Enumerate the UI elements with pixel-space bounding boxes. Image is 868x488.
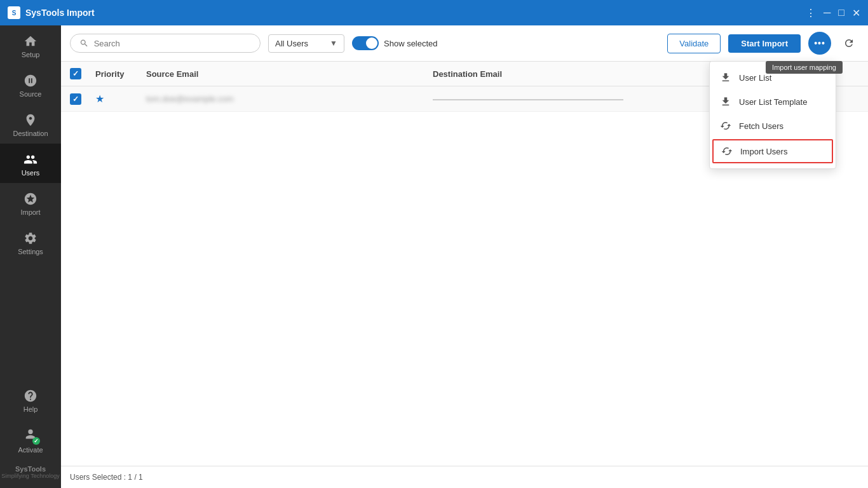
toolbar: All Users ▼ Show selected Validate Start…: [61, 25, 868, 62]
sidebar-item-activate[interactable]: ✓ Activate: [0, 419, 61, 460]
menu-label-fetch-users: Fetch Users: [739, 121, 783, 131]
source-email-text: tom.doe@example.com: [146, 94, 233, 104]
select-all-checkbox[interactable]: ✓: [70, 68, 81, 79]
main-content: All Users ▼ Show selected Validate Start…: [61, 25, 868, 488]
row-destination-email: [433, 98, 719, 100]
title-bar-left: S SysTools Import: [8, 6, 95, 19]
checkmark-icon: ✓: [72, 69, 79, 78]
start-import-button[interactable]: Start Import: [728, 34, 801, 53]
row-checkmark-icon: ✓: [72, 95, 79, 104]
users-icon: [24, 152, 37, 166]
search-box[interactable]: [70, 34, 261, 53]
sidebar-item-import[interactable]: Import: [0, 183, 61, 222]
import-icon: [24, 192, 37, 206]
sidebar-item-settings[interactable]: Settings: [0, 222, 61, 262]
header-destination-email: Destination Email: [433, 69, 719, 79]
row-priority: ★: [95, 93, 146, 105]
search-input[interactable]: [94, 39, 251, 48]
more-options-button[interactable]: ⋮: [806, 7, 816, 19]
header-priority: Priority: [95, 69, 146, 79]
settings-icon: [24, 231, 37, 245]
activate-badge: ✓: [32, 437, 40, 445]
title-bar-controls: ⋮ ─ □ ✕: [806, 7, 860, 19]
more-menu-button[interactable]: •••: [808, 32, 831, 55]
sidebar-label-destination: Destination: [13, 130, 48, 137]
menu-item-fetch-users[interactable]: Fetch Users: [710, 114, 836, 138]
sidebar-item-help[interactable]: Help: [0, 380, 61, 419]
brand-footer: SysTools Simplifying Technology: [1, 460, 59, 482]
row-checkbox-col: ✓: [70, 93, 95, 105]
refresh-icon: [843, 37, 855, 49]
sidebar-item-setup[interactable]: Setup: [0, 25, 61, 65]
user-filter-dropdown[interactable]: All Users ▼: [268, 34, 344, 53]
app-icon: S: [8, 6, 20, 19]
sidebar-item-destination[interactable]: Destination: [0, 104, 61, 144]
validate-button[interactable]: Validate: [667, 34, 721, 53]
header-source-email: Source Email: [146, 69, 433, 79]
menu-label-user-list-template: User List Template: [739, 97, 807, 107]
sidebar-label-users: Users: [22, 169, 40, 177]
import-users-icon: [721, 146, 733, 157]
app-body: Setup Source Destination Users: [0, 25, 868, 488]
header-checkbox-col: ✓: [70, 68, 95, 79]
chevron-down-icon: ▼: [330, 39, 337, 48]
sidebar-bottom: Help ✓ Activate SysTools Simplifying Tec…: [0, 380, 61, 488]
sidebar-label-activate: Activate: [18, 446, 43, 454]
refresh-button[interactable]: [839, 33, 859, 53]
download-icon: [720, 72, 731, 83]
sidebar-label-import: Import: [20, 208, 40, 216]
row-source-email: tom.doe@example.com: [146, 94, 433, 104]
menu-label-import-users: Import Users: [740, 147, 787, 156]
sidebar-label-settings: Settings: [18, 248, 43, 255]
menu-item-import-users[interactable]: Import Users: [712, 139, 833, 163]
destination-icon: [24, 113, 37, 127]
brand-tagline: Simplifying Technology: [1, 473, 59, 479]
dropdown-menu: User List User List Template Fetch Users: [709, 61, 836, 169]
minimize-button[interactable]: ─: [824, 7, 831, 18]
sidebar: Setup Source Destination Users: [0, 25, 61, 488]
sidebar-label-setup: Setup: [22, 51, 40, 58]
help-icon: [24, 389, 37, 403]
star-icon[interactable]: ★: [95, 93, 104, 104]
menu-label-user-list: User List: [739, 73, 771, 83]
menu-item-user-list-template[interactable]: User List Template: [710, 90, 836, 114]
import-user-mapping-tooltip: Import user mapping: [766, 61, 843, 74]
sidebar-label-help: Help: [24, 405, 38, 413]
show-selected-toggle[interactable]: Show selected: [352, 36, 438, 50]
status-bar: Users Selected : 1 / 1: [61, 466, 868, 488]
search-icon: [79, 38, 89, 48]
brand-name: SysTools: [1, 465, 59, 473]
dropdown-label: All Users: [275, 39, 308, 48]
toggle-switch[interactable]: [352, 36, 379, 50]
download-template-icon: [720, 96, 731, 107]
source-icon: [24, 74, 37, 88]
ellipsis-icon: •••: [814, 38, 825, 48]
status-text: Users Selected : 1 / 1: [70, 473, 143, 482]
dest-line-indicator: [433, 99, 623, 100]
close-button[interactable]: ✕: [852, 7, 860, 19]
sidebar-item-source[interactable]: Source: [0, 65, 61, 104]
home-icon: [24, 34, 37, 48]
app-title: SysTools Import: [25, 8, 95, 18]
title-bar: S SysTools Import ⋮ ─ □ ✕: [0, 0, 868, 25]
row-checkbox[interactable]: ✓: [70, 93, 81, 105]
sidebar-item-users[interactable]: Users: [0, 144, 61, 183]
maximize-button[interactable]: □: [838, 7, 844, 18]
sidebar-label-source: Source: [20, 90, 42, 98]
fetch-icon: [720, 120, 731, 132]
toggle-label: Show selected: [384, 39, 438, 48]
